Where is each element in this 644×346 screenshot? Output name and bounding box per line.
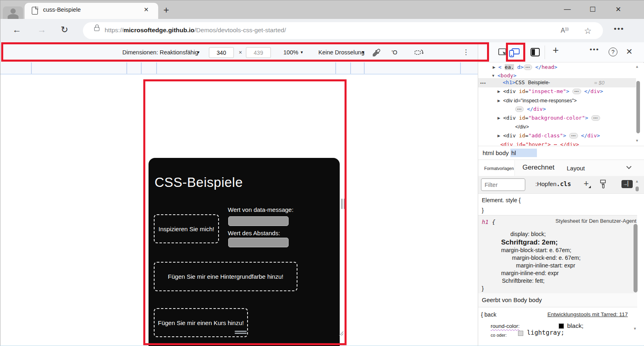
css-property[interactable]: co oder: bbox=[491, 333, 507, 338]
forward-button[interactable]: → bbox=[37, 25, 46, 35]
device-toolbar-menu-icon[interactable]: ⋮ bbox=[462, 48, 469, 56]
styles-scrollbar-thumb-top[interactable] bbox=[636, 186, 639, 191]
tree-expand-icon[interactable]: ▶ bbox=[497, 89, 500, 93]
rotate-device-icon[interactable] bbox=[414, 48, 425, 57]
add-background-button[interactable]: Fügen Sie mir eine Hintergrundfarbe hinz… bbox=[154, 262, 297, 291]
dom-row-wrap[interactable]: ••• </div> bbox=[515, 106, 546, 112]
tree-expand-icon[interactable]: ▶ bbox=[497, 99, 500, 103]
add-class-button[interactable]: Fügen Sie mir einen Kurs hinzu! bbox=[154, 308, 248, 337]
address-bar[interactable]: https://microsoftedge.github.io/Demos/de… bbox=[83, 22, 603, 39]
device-frame: CSS-Beispiele Inspizieren Sie mich! Wert… bbox=[149, 158, 340, 346]
scroll-up-icon[interactable]: ▲ bbox=[635, 179, 639, 183]
css-property[interactable]: margin-inline-start: expr bbox=[516, 262, 575, 269]
dom-row-head[interactable]: < ea. d>••• </head> bbox=[498, 64, 557, 70]
device-emulation-toolbar: Dimensionen: Reaktionsfähig▼ × 100% ▼ Ke… bbox=[0, 42, 478, 62]
dom-row-body[interactable]: <body> bbox=[497, 73, 516, 79]
dom-row-hover[interactable]: <div id="hover"> ⋯ </div> bbox=[500, 141, 579, 146]
emulated-page-area: CSS-Beispiele Inspizieren Sie mich! Wert… bbox=[0, 75, 478, 346]
computed-sidebar-toggle-icon[interactable]: →▏ bbox=[621, 180, 633, 188]
dom-scrollbar-thumb[interactable] bbox=[636, 81, 640, 133]
dom-row-background-color[interactable]: <div id="background-color"> ••• bbox=[503, 115, 600, 121]
browser-tab[interactable]: cuss-Beispiele ✕ bbox=[25, 3, 158, 19]
dom-row-inspect-me[interactable]: <div id="inspect-me"> ••• </div> bbox=[503, 88, 603, 94]
tab-computed[interactable]: Gerechnet bbox=[522, 164, 554, 172]
css-property[interactable]: Schriftgrad: 2em; bbox=[501, 238, 558, 247]
devtools-more-icon[interactable]: ••• bbox=[590, 46, 599, 54]
chevron-down-icon[interactable] bbox=[626, 164, 632, 169]
chevron-down-icon: ▼ bbox=[197, 50, 200, 54]
css-value[interactable]: lightgray; bbox=[527, 329, 564, 336]
device-height-input[interactable] bbox=[246, 47, 271, 58]
data-message-input[interactable] bbox=[228, 216, 289, 226]
css-property[interactable]: margin-inline-end: expr bbox=[501, 270, 559, 276]
pseudo-class-toggle[interactable]: :Hopfen.cls bbox=[535, 180, 571, 188]
dimensions-dropdown[interactable]: Dimensionen: Reaktionsfähig▼ bbox=[122, 49, 200, 56]
zoom-dropdown[interactable]: 100% ▼ bbox=[283, 49, 303, 56]
element-style-rule[interactable]: Element. style { bbox=[482, 197, 521, 203]
avatar-icon bbox=[10, 8, 16, 14]
paintbrush-icon[interactable] bbox=[599, 179, 608, 189]
scroll-down-icon[interactable]: ▼ bbox=[633, 327, 637, 331]
tab-title: cuss-Beispiele bbox=[43, 6, 81, 13]
row-overflow-icon[interactable]: ••• bbox=[480, 81, 486, 85]
dock-side-icon[interactable] bbox=[530, 48, 541, 57]
tab-close-button[interactable]: ✕ bbox=[144, 6, 149, 13]
h1-rule-section: h1 { Stylesheet für Den Benutzer-Agent d… bbox=[478, 215, 637, 293]
css-property[interactable]: margin-block-end: e. 67em; bbox=[512, 255, 580, 261]
device-resize-corner[interactable] bbox=[338, 330, 344, 336]
css-property[interactable]: display: block; bbox=[510, 231, 546, 237]
tree-collapse-icon[interactable]: ▼ bbox=[491, 74, 495, 78]
styles-filter-input[interactable] bbox=[481, 178, 525, 191]
dom-row-add-class[interactable]: <div id="add-class"> ••• </div> bbox=[503, 133, 600, 139]
new-tab-button[interactable]: + bbox=[163, 4, 169, 16]
dom-row-inspect-me-responses[interactable]: <div id="inspect-me-responses"> bbox=[503, 97, 577, 104]
panel-divider bbox=[478, 42, 478, 346]
inspect-element-icon[interactable] bbox=[498, 48, 508, 57]
scroll-up-icon[interactable]: ▲ bbox=[636, 64, 638, 68]
devtools-close-button[interactable]: ✕ bbox=[626, 47, 633, 56]
breadcrumb[interactable]: html body hl bbox=[483, 149, 537, 156]
css-property-invalid[interactable]: round-color: bbox=[491, 323, 520, 329]
inherited-rule-selector[interactable]: { back bbox=[481, 311, 496, 318]
stylesheet-link[interactable]: Entwicklungstools mit Tarred: 117 bbox=[547, 311, 628, 317]
styles-scrollbar-thumb[interactable] bbox=[634, 224, 638, 292]
tree-expand-icon[interactable]: ▶ bbox=[497, 134, 500, 138]
tree-expand-icon[interactable]: ▶ bbox=[497, 116, 500, 120]
dom-row-h1[interactable]: <h1>CSS Beispiele- bbox=[503, 79, 550, 85]
maximize-button[interactable]: ☐ bbox=[590, 5, 596, 14]
selected-dom-row[interactable] bbox=[478, 78, 636, 87]
browser-menu-icon[interactable]: ••• bbox=[614, 25, 624, 33]
css-value[interactable]: black; bbox=[567, 322, 584, 329]
css-property[interactable]: margin-block-start: e. 67em; bbox=[501, 247, 571, 253]
scroll-down-icon[interactable]: ▼ bbox=[636, 139, 638, 143]
styles-filter-bar: :Hopfen.cls + →▏ ▲ bbox=[478, 176, 644, 194]
title-bar: cuss-Beispiele ✕ + — ☐ ✕ bbox=[0, 0, 644, 19]
url-text: https://microsoftedge.github.io/Demos/de… bbox=[105, 27, 286, 34]
tab-layout[interactable]: Layout bbox=[567, 165, 585, 172]
device-width-input[interactable] bbox=[209, 47, 234, 58]
o-label[interactable]: 'O bbox=[392, 49, 397, 56]
dom-row-wrap[interactable]: </div> bbox=[515, 124, 529, 130]
devtools-add-tab-button[interactable]: + bbox=[553, 44, 559, 56]
devtools-help-icon[interactable]: ? bbox=[609, 48, 617, 56]
demo-page-title: CSS-Beispiele bbox=[155, 175, 243, 190]
favorites-star-icon[interactable]: ☆ bbox=[584, 26, 592, 36]
back-button[interactable]: ← bbox=[12, 25, 21, 35]
h1-selector[interactable]: h1 { bbox=[482, 219, 495, 225]
css-property[interactable]: Schriftbreite: fett; bbox=[502, 278, 545, 284]
color-swatch-black[interactable] bbox=[559, 323, 564, 329]
eyedropper-icon[interactable] bbox=[372, 48, 381, 58]
device-toolbar-icon[interactable] bbox=[508, 48, 520, 58]
abstand-input[interactable] bbox=[228, 238, 289, 247]
lock-icon[interactable] bbox=[94, 27, 99, 31]
inspect-me-button[interactable]: Inspizieren Sie mich! bbox=[154, 214, 219, 243]
new-style-rule-icon[interactable]: + bbox=[584, 178, 589, 189]
color-swatch-lightgray[interactable] bbox=[518, 331, 523, 336]
window-close-button[interactable]: ✕ bbox=[615, 5, 621, 14]
tab-styles[interactable]: Formatvorlagen bbox=[479, 160, 515, 176]
read-aloud-icon[interactable]: A))) bbox=[561, 27, 569, 34]
refresh-button[interactable]: ↻ bbox=[61, 25, 68, 35]
tree-expand-icon[interactable]: ▶ bbox=[493, 65, 495, 69]
throttling-dropdown[interactable]: Keine Drosselung▼ bbox=[318, 49, 365, 56]
minimize-button[interactable]: — bbox=[564, 5, 571, 13]
